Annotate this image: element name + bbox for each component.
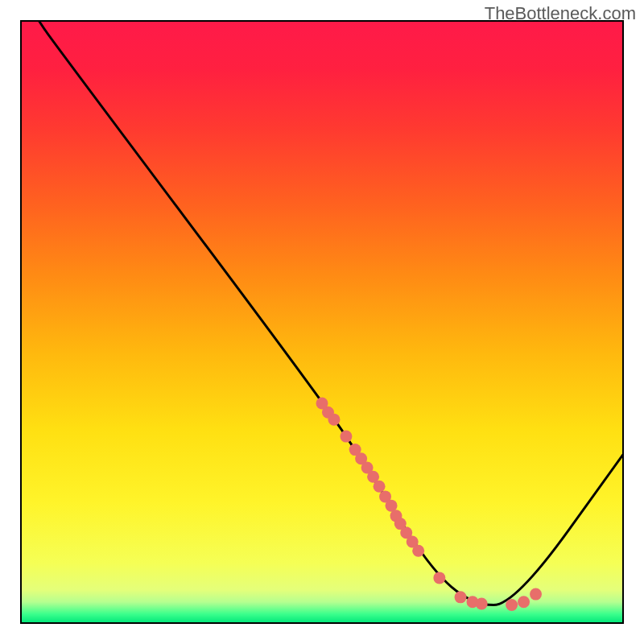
data-marker <box>433 572 445 584</box>
data-marker <box>530 588 542 601</box>
data-marker <box>328 414 340 426</box>
chart-container: TheBottleneck.com <box>0 0 644 644</box>
data-marker <box>386 500 398 512</box>
bottleneck-chart <box>0 0 644 644</box>
data-marker <box>476 598 488 610</box>
data-marker <box>506 599 518 611</box>
data-marker <box>340 431 352 443</box>
data-marker <box>412 545 424 557</box>
watermark-text: TheBottleneck.com <box>485 3 636 24</box>
data-marker <box>455 591 467 603</box>
plot-background <box>21 21 623 623</box>
data-marker <box>374 481 386 493</box>
data-marker <box>518 596 530 608</box>
